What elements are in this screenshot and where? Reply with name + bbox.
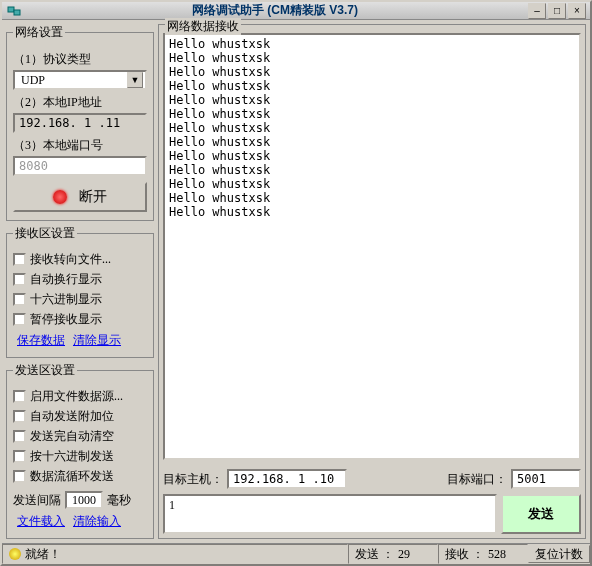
send-opt-label: 自动发送附加位 <box>30 408 114 425</box>
recv-opt-checkbox[interactable] <box>13 253 26 266</box>
app-icon <box>6 3 22 19</box>
send-opt-checkbox[interactable] <box>13 430 26 443</box>
save-data-link[interactable]: 保存数据 <box>17 332 65 349</box>
send-opt-row: 启用文件数据源... <box>13 388 147 405</box>
disconnect-label: 断开 <box>79 188 107 206</box>
target-port-field[interactable]: 5001 <box>511 469 581 489</box>
svg-rect-0 <box>8 7 14 12</box>
protocol-value: UDP <box>21 73 127 88</box>
reset-count-button[interactable]: 复位计数 <box>528 545 590 563</box>
interval-field[interactable]: 1000 <box>65 491 103 509</box>
recv-opt-checkbox[interactable] <box>13 273 26 286</box>
send-opt-label: 按十六进制发送 <box>30 448 114 465</box>
send-opt-checkbox[interactable] <box>13 410 26 423</box>
recv-opt-checkbox[interactable] <box>13 313 26 326</box>
recv-count-value: 528 <box>488 547 506 562</box>
minimize-button[interactable]: – <box>528 3 546 19</box>
target-host-label: 目标主机： <box>163 471 223 488</box>
send-opt-row: 按十六进制发送 <box>13 448 147 465</box>
recv-opt-row: 接收转向文件... <box>13 251 147 268</box>
network-settings-group: 网络设置 （1）协议类型 UDP ▼ （2）本地IP地址 192.168. 1 … <box>6 24 154 221</box>
recv-area-legend: 网络数据接收 <box>165 18 241 35</box>
bulb-icon <box>9 548 21 560</box>
send-count-label: 发送 ： <box>355 546 394 563</box>
recv-count-label: 接收 ： <box>445 546 484 563</box>
receive-textarea[interactable]: Hello whustxsk Hello whustxsk Hello whus… <box>163 33 581 460</box>
send-opt-row: 自动发送附加位 <box>13 408 147 425</box>
send-opt-label: 启用文件数据源... <box>30 388 123 405</box>
local-ip-field[interactable]: 192.168. 1 .11 <box>13 113 147 133</box>
target-port-label: 目标端口： <box>447 471 507 488</box>
recv-opt-row: 自动换行显示 <box>13 271 147 288</box>
send-opt-label: 发送完自动清空 <box>30 428 114 445</box>
send-opt-label: 数据流循环发送 <box>30 468 114 485</box>
statusbar: 就绪！ 发送 ： 29 接收 ： 528 复位计数 <box>2 543 590 564</box>
send-button[interactable]: 发送 <box>501 494 581 534</box>
local-ip-label: （2）本地IP地址 <box>13 94 147 111</box>
status-ready: 就绪！ <box>25 546 61 563</box>
record-icon <box>53 190 67 204</box>
window-title: 网络调试助手 (CM精装版 V3.7) <box>26 2 524 19</box>
send-opt-row: 数据流循环发送 <box>13 468 147 485</box>
receive-settings-group: 接收区设置 接收转向文件...自动换行显示十六进制显示暂停接收显示 保存数据 清… <box>6 225 154 358</box>
recv-opt-label: 暂停接收显示 <box>30 311 102 328</box>
maximize-button[interactable]: □ <box>548 3 566 19</box>
send-opt-checkbox[interactable] <box>13 450 26 463</box>
group-legend: 网络设置 <box>13 24 65 41</box>
group-legend: 发送区设置 <box>13 362 77 379</box>
interval-unit: 毫秒 <box>107 492 131 509</box>
send-opt-row: 发送完自动清空 <box>13 428 147 445</box>
send-settings-group: 发送区设置 启用文件数据源...自动发送附加位发送完自动清空按十六进制发送数据流… <box>6 362 154 539</box>
clear-display-link[interactable]: 清除显示 <box>73 332 121 349</box>
clear-input-link[interactable]: 清除输入 <box>73 513 121 530</box>
recv-opt-label: 十六进制显示 <box>30 291 102 308</box>
local-port-field[interactable]: 8080 <box>13 156 147 176</box>
file-load-link[interactable]: 文件载入 <box>17 513 65 530</box>
recv-opt-checkbox[interactable] <box>13 293 26 306</box>
chevron-down-icon: ▼ <box>127 72 143 88</box>
local-port-label: （3）本地端口号 <box>13 137 147 154</box>
svg-rect-1 <box>14 10 20 15</box>
recv-opt-row: 十六进制显示 <box>13 291 147 308</box>
protocol-combo[interactable]: UDP ▼ <box>13 70 147 90</box>
titlebar: 网络调试助手 (CM精装版 V3.7) – □ × <box>2 2 590 20</box>
send-count-value: 29 <box>398 547 410 562</box>
group-legend: 接收区设置 <box>13 225 77 242</box>
protocol-label: （1）协议类型 <box>13 51 147 68</box>
recv-opt-label: 自动换行显示 <box>30 271 102 288</box>
target-host-field[interactable]: 192.168. 1 .10 <box>227 469 347 489</box>
send-textarea[interactable]: 1 <box>163 494 497 534</box>
close-button[interactable]: × <box>568 3 586 19</box>
disconnect-button[interactable]: 断开 <box>13 182 147 212</box>
interval-label: 发送间隔 <box>13 492 61 509</box>
send-opt-checkbox[interactable] <box>13 470 26 483</box>
recv-opt-label: 接收转向文件... <box>30 251 111 268</box>
send-opt-checkbox[interactable] <box>13 390 26 403</box>
recv-opt-row: 暂停接收显示 <box>13 311 147 328</box>
